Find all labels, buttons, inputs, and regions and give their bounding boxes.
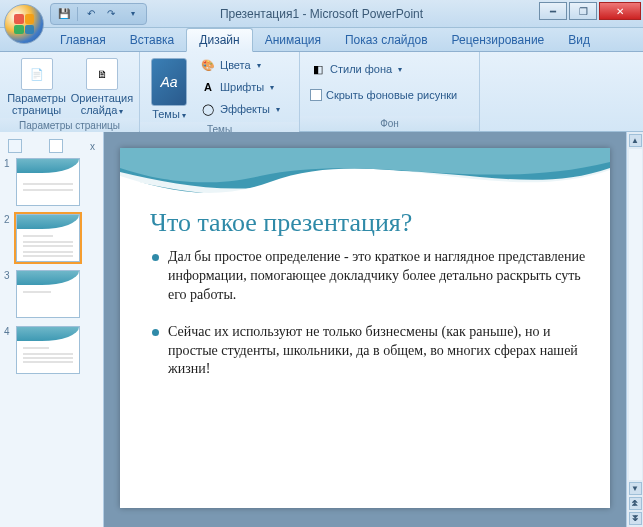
slide-wave-decoration xyxy=(120,148,610,212)
chevron-down-icon: ▾ xyxy=(119,107,123,116)
orientation-label: Ориентация слайда▾ xyxy=(71,92,133,118)
themes-gallery-button[interactable]: Aa Темы▾ xyxy=(146,54,192,122)
thumbnail-row: 1 xyxy=(4,158,99,206)
tab-view[interactable]: Вид xyxy=(556,29,602,51)
chevron-down-icon: ▾ xyxy=(276,105,280,114)
thumb-number: 3 xyxy=(4,270,12,281)
thumb-line xyxy=(23,251,73,253)
effects-icon: ◯ xyxy=(200,101,216,117)
quick-access-toolbar: 💾 ↶ ↷ ▾ xyxy=(50,3,147,25)
themes-gallery-icon: Aa xyxy=(151,58,187,106)
slide-bullet: Дал бы простое определение - это краткое… xyxy=(150,248,586,305)
thumbnail-row: 4 xyxy=(4,326,99,374)
slides-tab-icon[interactable] xyxy=(49,139,63,153)
chevron-down-icon: ▾ xyxy=(182,111,186,120)
qat-customize-icon[interactable]: ▾ xyxy=(126,7,140,21)
title-bar: 💾 ↶ ↷ ▾ Презентация1 - Microsoft PowerPo… xyxy=(0,0,643,28)
thumbnails-header: x xyxy=(4,138,99,154)
scroll-down-icon[interactable]: ▼ xyxy=(629,482,642,495)
thumbnail-row: 3 xyxy=(4,270,99,318)
ribbon-tabs: Главная Вставка Дизайн Анимация Показ сл… xyxy=(0,28,643,52)
theme-fonts-button[interactable]: A Шрифты ▾ xyxy=(196,76,284,98)
ribbon: 📄 Параметры страницы 🗎 Ориентация слайда… xyxy=(0,52,643,132)
redo-icon[interactable]: ↷ xyxy=(104,7,118,21)
thumb-number: 4 xyxy=(4,326,12,337)
tab-home[interactable]: Главная xyxy=(48,29,118,51)
scroll-up-icon[interactable]: ▲ xyxy=(629,134,642,147)
outline-tab-icon[interactable] xyxy=(8,139,22,153)
group-label-background: Фон xyxy=(300,116,479,131)
thumb-line xyxy=(23,235,53,237)
next-slide-icon[interactable]: ⯯ xyxy=(629,512,642,525)
office-logo-icon xyxy=(14,14,34,34)
thumb-line xyxy=(23,183,73,185)
office-button[interactable] xyxy=(4,4,44,44)
separator xyxy=(77,7,78,21)
slide-title[interactable]: Что такое презентация? xyxy=(150,208,412,238)
slide-body[interactable]: Дал бы простое определение - это краткое… xyxy=(150,248,586,397)
group-label-page: Параметры страницы xyxy=(0,118,139,133)
thumb-number: 1 xyxy=(4,158,12,169)
tab-design[interactable]: Дизайн xyxy=(186,28,252,52)
group-background: ◧ Стили фона ▾ Скрыть фоновые рисунки Фо… xyxy=(300,52,480,131)
current-slide[interactable]: Что такое презентация? Дал бы простое оп… xyxy=(120,148,610,508)
background-styles-button[interactable]: ◧ Стили фона ▾ xyxy=(306,58,406,80)
tab-animation[interactable]: Анимация xyxy=(253,29,333,51)
slide-thumbnails-pane: x 1 2 3 xyxy=(0,132,104,527)
chevron-down-icon: ▾ xyxy=(270,83,274,92)
save-icon[interactable]: 💾 xyxy=(57,7,71,21)
slide-orientation-button[interactable]: 🗎 Ориентация слайда▾ xyxy=(71,54,133,118)
slide-bullet: Сейчас их используют не только бизнесмен… xyxy=(150,323,586,380)
slide-editor-area: Что такое презентация? Дал бы простое оп… xyxy=(104,132,643,527)
page-setup-button[interactable]: 📄 Параметры страницы xyxy=(6,54,67,116)
group-page-setup: 📄 Параметры страницы 🗎 Ориентация слайда… xyxy=(0,52,140,131)
group-themes: Aa Темы▾ 🎨 Цвета ▾ A Шрифты ▾ ◯ Эффекты … xyxy=(140,52,300,131)
thumb-number: 2 xyxy=(4,214,12,225)
hide-background-checkbox[interactable]: Скрыть фоновые рисунки xyxy=(306,84,461,106)
slide-thumbnail-4[interactable] xyxy=(16,326,80,374)
thumb-line xyxy=(23,189,73,191)
background-styles-label: Стили фона xyxy=(330,63,392,75)
themes-label: Темы▾ xyxy=(152,108,186,122)
thumb-wave-icon xyxy=(17,327,79,341)
thumb-line xyxy=(23,245,73,247)
theme-effects-button[interactable]: ◯ Эффекты ▾ xyxy=(196,98,284,120)
workspace: x 1 2 3 xyxy=(0,132,643,527)
fonts-label: Шрифты xyxy=(220,81,264,93)
maximize-button[interactable]: ❐ xyxy=(569,2,597,20)
checkbox-icon xyxy=(310,89,322,101)
prev-slide-icon[interactable]: ⯭ xyxy=(629,497,642,510)
chevron-down-icon: ▾ xyxy=(398,65,402,74)
effects-label: Эффекты xyxy=(220,103,270,115)
fonts-icon: A xyxy=(200,79,216,95)
scroll-track[interactable] xyxy=(629,149,642,480)
colors-icon: 🎨 xyxy=(200,57,216,73)
thumb-line xyxy=(23,291,51,293)
vertical-scrollbar[interactable]: ▲ ▼ ⯭ ⯯ xyxy=(626,132,643,527)
orientation-icon: 🗎 xyxy=(86,58,118,90)
minimize-button[interactable]: ━ xyxy=(539,2,567,20)
tab-slideshow[interactable]: Показ слайдов xyxy=(333,29,440,51)
thumb-line xyxy=(23,357,73,359)
tab-review[interactable]: Рецензирование xyxy=(440,29,557,51)
hide-background-label: Скрыть фоновые рисунки xyxy=(326,89,457,101)
chevron-down-icon: ▾ xyxy=(257,61,261,70)
undo-icon[interactable]: ↶ xyxy=(84,7,98,21)
slide-thumbnail-2[interactable] xyxy=(16,214,80,262)
slide-thumbnail-3[interactable] xyxy=(16,270,80,318)
thumb-wave-icon xyxy=(17,215,79,229)
thumb-line xyxy=(23,361,73,363)
close-button[interactable]: ✕ xyxy=(599,2,641,20)
pane-close-icon[interactable]: x xyxy=(90,141,95,152)
thumb-line xyxy=(23,241,73,243)
background-styles-icon: ◧ xyxy=(310,61,326,77)
thumb-line xyxy=(23,353,73,355)
thumb-wave-icon xyxy=(17,159,79,173)
tab-insert[interactable]: Вставка xyxy=(118,29,187,51)
thumb-line xyxy=(23,347,49,349)
thumb-wave-icon xyxy=(17,271,79,285)
slide-thumbnail-1[interactable] xyxy=(16,158,80,206)
page-setup-icon: 📄 xyxy=(21,58,53,90)
theme-colors-button[interactable]: 🎨 Цвета ▾ xyxy=(196,54,284,76)
colors-label: Цвета xyxy=(220,59,251,71)
